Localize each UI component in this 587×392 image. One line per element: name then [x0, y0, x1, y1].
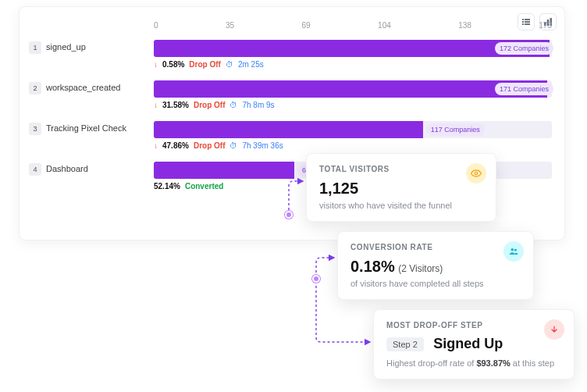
bar-track[interactable]: 171 Companies — [154, 80, 552, 98]
step-index: 4 — [29, 163, 41, 176]
step-name: Dashboard — [46, 164, 88, 173]
card-title: TOTAL VISITORS — [319, 165, 483, 173]
converted-label: Converted — [185, 182, 223, 191]
step-name: workspace_created — [46, 83, 120, 92]
clock-icon: ⏱ — [226, 60, 233, 69]
bar-fill — [154, 121, 423, 138]
step-name: signed_up — [46, 42, 86, 52]
axis-tick: 35 — [226, 21, 234, 30]
dropoff-pct: 31.58% — [162, 101, 189, 109]
step-index: 2 — [29, 82, 41, 94]
dropoff-label: Drop Off — [194, 141, 226, 150]
bar-track[interactable]: 117 Companies — [154, 121, 552, 138]
dropoff-label: Drop Off — [194, 101, 226, 109]
connector-dot — [312, 275, 320, 283]
dropoff-sub-pre: Highest drop-off rate of — [386, 358, 476, 368]
row-meta: 52.14% Converted — [154, 182, 223, 191]
conversion-extra: (2 Visitors) — [398, 263, 443, 274]
funnel-row: 2 workspace_created 171 Companies ↓ 31.5… — [29, 80, 552, 121]
axis-tick: 104 — [378, 21, 391, 30]
arrow-down-icon — [544, 319, 564, 340]
duration: 7h 39m 36s — [242, 141, 283, 150]
clock-icon: ⏱ — [229, 141, 237, 150]
axis-tick: 138 — [458, 21, 471, 30]
conversion-sub: of visitors have completed all steps — [350, 279, 521, 288]
bar-fill — [154, 80, 547, 98]
users-icon — [503, 241, 524, 262]
dropoff-pct: 47.86% — [162, 141, 189, 150]
row-meta: ↓ 31.58% Drop Off ⏱ 7h 8m 9s — [154, 101, 275, 109]
total-visitors-card: TOTAL VISITORS 1,125 visitors who have v… — [306, 153, 496, 222]
row-meta: ↓ 47.86% Drop Off ⏱ 7h 39m 36s — [154, 141, 283, 150]
dropoff-sub: Highest drop-off rate of $93.87% at this… — [386, 358, 561, 368]
connector-dot — [285, 211, 293, 219]
visitors-sub: visitors who have visited the funnel — [319, 201, 483, 210]
row-meta: ↓ 0.58% Drop Off ⏱ 2m 25s — [154, 60, 264, 69]
axis-tick: 0 — [154, 21, 158, 30]
svg-point-4 — [511, 248, 514, 251]
card-title: MOST DROP-OFF STEP — [386, 321, 561, 330]
eye-icon — [466, 163, 486, 184]
conversion-value: 0.18% — [350, 258, 395, 275]
bar-fill — [154, 162, 294, 179]
svg-point-5 — [514, 249, 517, 251]
bar-fill — [154, 40, 550, 57]
step-name: Tracking Pixel Check — [46, 123, 126, 133]
axis-tick: 69 — [302, 21, 311, 30]
dropoff-sub-post: at this step — [511, 358, 554, 368]
count-badge: 171 Companies — [495, 83, 553, 95]
dropoff-pct: 0.58% — [162, 60, 184, 69]
card-title: CONVERSION RATE — [350, 243, 521, 251]
dropoff-step-name: Signed Up — [433, 336, 503, 351]
down-arrow-icon: ↓ — [154, 101, 158, 109]
axis-tick: 173 — [539, 21, 552, 30]
conversion-rate-card: CONVERSION RATE 0.18% (2 Visitors) of vi… — [337, 231, 534, 300]
step-chip: Step 2 — [386, 337, 424, 351]
dropoff-label: Drop Off — [189, 60, 221, 69]
step-index: 3 — [29, 123, 41, 135]
down-arrow-icon: ↓ — [154, 60, 158, 69]
dropoff-step-line: Step 2 Signed Up — [386, 336, 561, 352]
bar-track[interactable]: 172 Companies — [154, 40, 552, 57]
converted-pct: 52.14% — [154, 182, 180, 191]
svg-point-3 — [475, 172, 478, 175]
clock-icon: ⏱ — [229, 101, 237, 109]
duration: 7h 8m 9s — [242, 101, 274, 109]
dropoff-rate: $93.87% — [476, 358, 510, 368]
conversion-value-line: 0.18% (2 Visitors) — [350, 258, 521, 276]
x-axis: 0 35 69 104 138 173 — [154, 21, 552, 30]
duration: 2m 25s — [238, 60, 264, 69]
count-badge: 117 Companies — [426, 123, 485, 136]
step-index: 1 — [29, 41, 41, 54]
count-badge: 172 Companies — [495, 42, 553, 55]
visitors-value: 1,125 — [319, 180, 483, 198]
most-dropoff-card: MOST DROP-OFF STEP Step 2 Signed Up High… — [373, 309, 575, 380]
down-arrow-icon: ↓ — [154, 141, 158, 150]
funnel-row: 1 signed_up 172 Companies ↓ 0.58% Drop O… — [29, 40, 552, 80]
